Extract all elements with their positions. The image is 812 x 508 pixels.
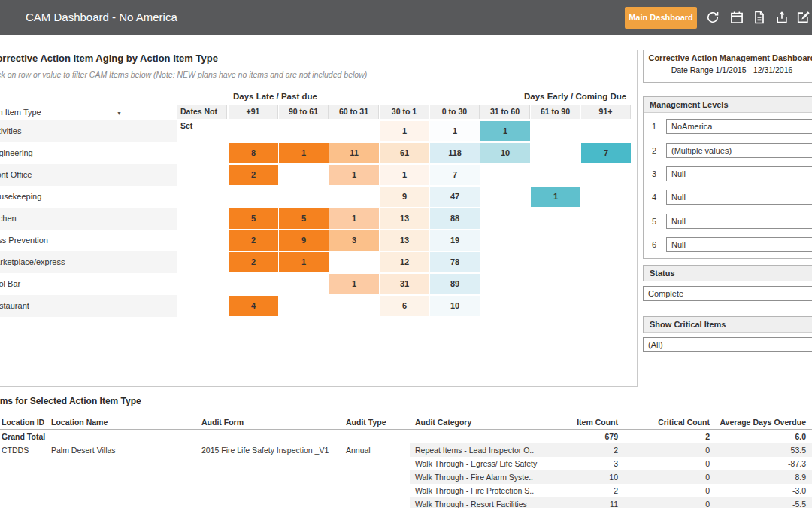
aging-cell[interactable]: 1 <box>329 165 379 185</box>
aging-column-header: 90 to 61 <box>279 105 329 119</box>
bottom-table-cell: 11 <box>526 497 618 508</box>
aging-cell[interactable]: 47 <box>430 187 480 207</box>
aging-cell[interactable]: 6 <box>380 296 429 316</box>
aging-cell[interactable]: 1 <box>380 165 429 185</box>
aging-cell[interactable]: 7 <box>581 143 631 163</box>
aging-cell[interactable]: 61 <box>380 143 429 163</box>
bottom-table-column-header: Item Count <box>526 416 618 428</box>
bottom-table-cell: Walk Through - Fire Alarm Syste.. <box>415 470 533 484</box>
bottom-table-cell: 10 <box>526 470 618 484</box>
dashboard-info-box: Corrective Action Management Dashboard D… <box>643 50 812 83</box>
grand-total-row[interactable]: Grand Total67926.0 <box>0 430 812 443</box>
table-row[interactable]: Walk Through - Fire Protection S..20-3.0 <box>0 484 812 497</box>
aging-row[interactable]: Pool Bar13189 <box>0 273 635 295</box>
aging-row[interactable]: Restaurant4610 <box>0 295 635 317</box>
aging-cell[interactable]: 7 <box>430 165 480 185</box>
aging-cell[interactable]: 3 <box>329 230 379 251</box>
refresh-icon[interactable] <box>705 10 720 25</box>
aging-column-header: 60 to 31 <box>329 105 379 119</box>
aging-row-label: Marketplace/express <box>0 251 65 273</box>
aging-cell[interactable]: 4 <box>229 296 278 316</box>
aging-cell[interactable]: 1 <box>279 252 329 272</box>
aging-row[interactable]: Loss Prevention2931319 <box>0 230 635 251</box>
aging-row-label: Pool Bar <box>0 273 20 295</box>
aging-row-label: Loss Prevention <box>0 230 48 251</box>
aging-cell[interactable]: 88 <box>430 208 480 229</box>
aging-cell[interactable]: 1 <box>279 143 329 163</box>
table-row[interactable]: Walk Through - Fire Alarm Syste..1008.9 <box>0 470 812 484</box>
calendar-icon[interactable] <box>729 10 744 25</box>
aging-cell[interactable]: 5 <box>279 208 329 229</box>
management-level-5-select[interactable]: Null▼ <box>666 214 812 229</box>
management-level-3-select[interactable]: Null▼ <box>666 166 812 181</box>
table-row[interactable]: Walk Through - Resort Facilities110-5.5 <box>0 497 812 508</box>
aging-cell[interactable]: 1 <box>430 121 480 141</box>
management-level-2-select[interactable]: (Multiple values)▼ <box>666 143 812 158</box>
bottom-table-cell: Annual <box>346 443 371 457</box>
aging-row[interactable]: Kitchen5511388 <box>0 208 635 230</box>
bottom-table-cell: Grand Total <box>2 430 45 443</box>
aging-column-header: +91 <box>229 105 278 119</box>
main-dashboard-button[interactable]: Main Dashboard <box>625 7 697 29</box>
bottom-table-column-header: Critical Count <box>624 416 710 428</box>
bottom-table-cell: 679 <box>526 430 618 443</box>
management-level-value: Null <box>671 214 686 228</box>
aging-cell[interactable]: 8 <box>229 143 278 163</box>
aging-cell[interactable]: 1 <box>329 274 379 294</box>
aging-cell[interactable]: 1 <box>329 208 379 229</box>
aging-row-label: Kitchen <box>0 208 17 230</box>
management-level-6-select[interactable]: Null▼ <box>666 237 812 252</box>
bottom-table-cell: 8.9 <box>714 470 806 484</box>
bottom-table-column-header: Average Days Overdue <box>714 416 806 428</box>
bottom-table-cell: -3.0 <box>714 484 806 497</box>
aging-cell[interactable]: 2 <box>229 165 278 185</box>
management-level-value: Null <box>671 238 686 251</box>
aging-cell[interactable]: 89 <box>430 274 480 294</box>
management-level-value: NoAmerica <box>671 120 712 133</box>
aging-row[interactable]: Housekeeping9471 <box>0 186 635 208</box>
aging-cell[interactable]: 118 <box>430 143 480 163</box>
section-divider <box>0 391 812 391</box>
aging-cell[interactable]: 10 <box>480 143 530 163</box>
management-level-value: Null <box>671 190 686 204</box>
aging-cell[interactable]: 11 <box>329 143 379 163</box>
aging-cell[interactable]: 10 <box>430 296 480 316</box>
document-icon[interactable] <box>752 10 767 25</box>
share-icon[interactable] <box>774 10 789 25</box>
table-row[interactable]: CTDDSPalm Desert Villas2015 Fire Life Sa… <box>0 443 812 457</box>
bottom-table-header-row: Location IDLocation NameAudit FormAudit … <box>0 416 812 428</box>
aging-row[interactable]: Marketplace/express211278 <box>0 251 635 273</box>
table-row[interactable]: Walk Through - Egress/ Life Safety30-87.… <box>0 457 812 470</box>
status-select-value: Complete <box>648 287 683 300</box>
show-critical-items-select[interactable]: (All) ▼ <box>643 337 812 352</box>
bottom-table-cell: 6.0 <box>714 430 806 443</box>
aging-cell[interactable]: 19 <box>430 230 480 251</box>
aging-cell[interactable]: 9 <box>380 187 429 207</box>
aging-row[interactable]: Engineering811161118107 <box>0 142 635 164</box>
top-bar: CAM Dashboard - No America Main Dashboar… <box>0 0 812 35</box>
aging-cell[interactable]: 12 <box>380 252 429 272</box>
bottom-table-column-header: Audit Type <box>346 416 386 428</box>
aging-cell[interactable]: 1 <box>480 121 530 141</box>
aging-cell[interactable]: 1 <box>380 121 429 141</box>
management-level-number: 4 <box>652 190 656 205</box>
aging-row[interactable]: Front Office2117 <box>0 164 635 186</box>
aging-cell[interactable]: 9 <box>279 230 329 251</box>
status-box: Status <box>643 265 812 281</box>
aging-row[interactable]: Activities111 <box>0 120 635 142</box>
row-stripe <box>0 208 177 230</box>
aging-grid: Activities111Engineering811161118107Fron… <box>0 120 635 317</box>
aging-cell[interactable]: 2 <box>229 230 278 251</box>
status-select[interactable]: Complete ▼ <box>643 286 812 301</box>
compose-icon[interactable] <box>795 10 810 25</box>
status-header: Status <box>644 266 812 281</box>
aging-cell[interactable]: 78 <box>430 252 480 272</box>
aging-cell[interactable]: 2 <box>229 252 278 272</box>
aging-cell[interactable]: 13 <box>380 208 429 229</box>
aging-cell[interactable]: 5 <box>229 208 278 229</box>
management-level-1-select[interactable]: NoAmerica▼ <box>666 119 812 134</box>
aging-cell[interactable]: 31 <box>380 274 429 294</box>
aging-cell[interactable]: 13 <box>380 230 429 251</box>
management-level-4-select[interactable]: Null▼ <box>666 190 812 205</box>
aging-cell[interactable]: 1 <box>531 187 580 207</box>
